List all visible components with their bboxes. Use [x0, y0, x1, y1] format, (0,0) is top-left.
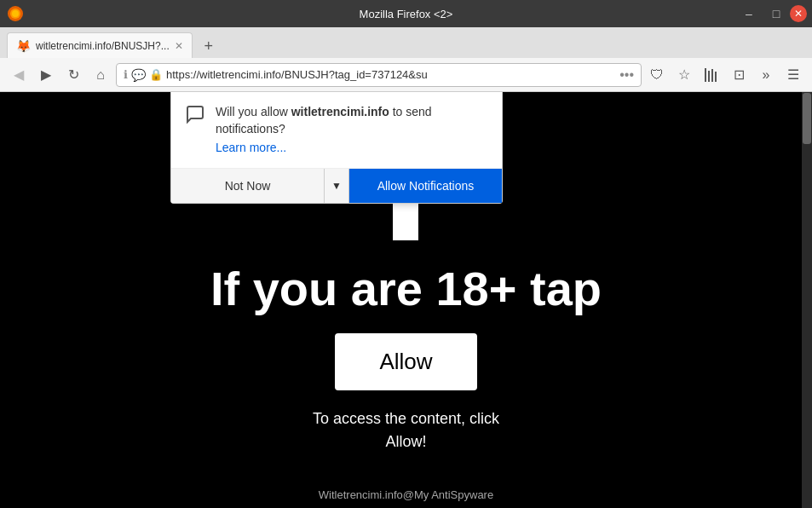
url-text: https://witletrencimi.info/BNUSJH?tag_id…: [166, 68, 616, 81]
address-menu-dots[interactable]: •••: [619, 67, 634, 83]
notification-chat-icon: [185, 104, 205, 130]
allow-notifications-button[interactable]: Allow Notifications: [349, 169, 502, 203]
page-allow-button[interactable]: Allow: [335, 333, 476, 390]
notification-buttons: Not Now ▼ Allow Notifications: [171, 168, 502, 203]
bookmark-star-icon[interactable]: ☆: [672, 63, 696, 87]
footer-text: Witletrencimi.info@My AntiSpyware: [319, 488, 493, 501]
minimize-button[interactable]: –: [735, 0, 763, 27]
sub-text-line1: To access the content, click: [313, 410, 499, 427]
lock-icon: 🔒: [149, 68, 163, 81]
main-page-text: If you are 18+ tap: [210, 261, 602, 316]
sub-page-text: To access the content, click Allow!: [313, 407, 499, 453]
info-icon: ℹ: [124, 68, 128, 81]
notif-prefix: Will you allow: [216, 105, 291, 118]
svg-point-2: [12, 10, 19, 17]
title-bar-text: Mozilla Firefox <2>: [360, 8, 453, 20]
notification-popup: Will you allow witletrencimi.info to sen…: [170, 92, 503, 204]
close-button[interactable]: ✕: [790, 5, 807, 22]
svg-rect-5: [711, 69, 713, 82]
tab-close-button[interactable]: ✕: [175, 40, 183, 52]
forward-button[interactable]: ▶: [34, 63, 58, 87]
toolbar: ◀ ▶ ↻ ⌂ ℹ 💬 🔒 https://witletrencimi.info…: [0, 58, 812, 92]
notification-message: Will you allow witletrencimi.info to sen…: [216, 104, 488, 137]
title-bar-controls: – □ ✕: [735, 0, 812, 27]
tab-favicon: 🦊: [16, 39, 31, 53]
reload-button[interactable]: ↻: [61, 63, 85, 87]
back-button[interactable]: ◀: [7, 63, 31, 87]
scrollbar[interactable]: [802, 92, 812, 508]
notification-body: Will you allow witletrencimi.info to sen…: [171, 92, 502, 161]
tab-title: witletrencimi.info/BNUSJH?...: [36, 40, 170, 52]
hamburger-menu-icon[interactable]: ☰: [781, 63, 805, 87]
not-now-button[interactable]: Not Now: [171, 169, 325, 203]
browser-window: Mozilla Firefox <2> – □ ✕ 🦊 witletrencim…: [0, 0, 812, 508]
new-tab-button[interactable]: +: [196, 34, 222, 58]
title-bar: Mozilla Firefox <2> – □ ✕: [0, 0, 812, 27]
dropdown-chevron-icon: ▼: [331, 180, 342, 192]
shield-icon[interactable]: 🛡: [645, 63, 669, 87]
maximize-button[interactable]: □: [763, 0, 790, 27]
notif-site: witletrencimi.info: [291, 105, 389, 118]
learn-more-link[interactable]: Learn more...: [216, 141, 488, 154]
svg-rect-6: [715, 72, 717, 82]
not-now-dropdown-button[interactable]: ▼: [325, 169, 349, 203]
scrollbar-thumb[interactable]: [803, 93, 811, 144]
synced-tabs-icon[interactable]: ⊡: [727, 63, 751, 87]
not-now-label: Not Now: [225, 179, 271, 193]
svg-rect-3: [705, 68, 706, 82]
page-content: Will you allow witletrencimi.info to sen…: [0, 92, 812, 508]
home-button[interactable]: ⌂: [89, 63, 112, 87]
tab-bar: 🦊 witletrencimi.info/BNUSJH?... ✕ +: [0, 27, 812, 58]
svg-rect-4: [708, 71, 710, 82]
firefox-logo: [7, 5, 24, 22]
chat-icon: 💬: [131, 68, 146, 82]
sidebar-chevron-icon[interactable]: »: [754, 63, 778, 87]
address-bar[interactable]: ℹ 💬 🔒 https://witletrencimi.info/BNUSJH?…: [116, 63, 642, 87]
toolbar-right: 🛡 ☆ ⊡ » ☰: [645, 63, 805, 87]
library-icon[interactable]: [700, 63, 723, 87]
sub-text-line2: Allow!: [385, 433, 426, 450]
browser-tab[interactable]: 🦊 witletrencimi.info/BNUSJH?... ✕: [7, 32, 193, 58]
